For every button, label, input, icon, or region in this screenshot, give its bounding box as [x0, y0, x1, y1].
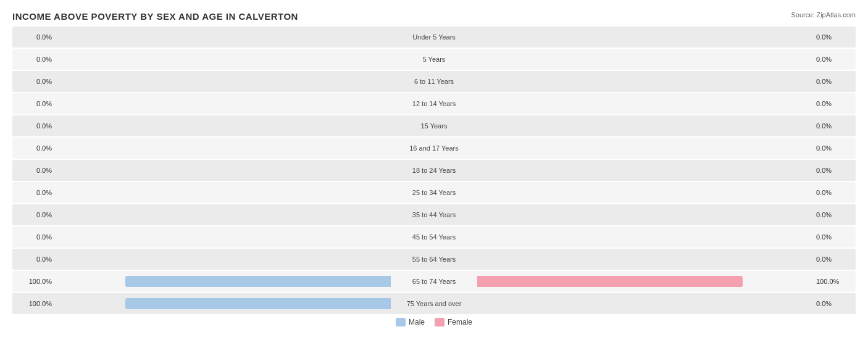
legend-male: Male: [396, 318, 425, 326]
table-row: 100.0% 65 to 74 Years 100.0%: [12, 271, 856, 292]
bars-center: 65 to 74 Years: [56, 271, 812, 292]
female-swatch: [435, 318, 444, 326]
female-value: 0.0%: [812, 100, 856, 107]
male-bar-container: [56, 119, 391, 133]
female-value: 0.0%: [812, 33, 856, 41]
bars-center: Under 5 Years: [56, 27, 812, 48]
female-value: 0.0%: [812, 300, 856, 307]
bars-area: 0.0% Under 5 Years 0.0% 0.0% 5 Years 0.0…: [12, 27, 856, 314]
male-value: 0.0%: [12, 122, 56, 130]
male-value: 0.0%: [12, 56, 56, 63]
table-row: 0.0% 15 Years 0.0%: [12, 115, 856, 136]
female-value: 0.0%: [812, 189, 856, 196]
bars-center: 12 to 14 Years: [56, 93, 812, 114]
bars-center: 6 to 11 Years: [56, 71, 812, 92]
female-bar-container: [477, 230, 812, 244]
bars-center: 25 to 34 Years: [56, 182, 812, 203]
legend-female-label: Female: [448, 318, 472, 326]
row-label: 5 Years: [391, 56, 477, 63]
female-value: 0.0%: [812, 233, 856, 241]
female-value: 0.0%: [812, 256, 856, 263]
female-bar-container: [477, 52, 812, 66]
bars-center: 45 to 54 Years: [56, 227, 812, 247]
male-value: 0.0%: [12, 144, 56, 152]
row-label: 65 to 74 Years: [391, 278, 477, 285]
female-bar-container: [477, 75, 812, 88]
male-bar-container: [56, 252, 391, 266]
female-bar-container: [477, 208, 812, 222]
row-label: 12 to 14 Years: [391, 100, 477, 107]
male-value: 0.0%: [12, 33, 56, 41]
table-row: 0.0% 18 to 24 Years 0.0%: [12, 160, 856, 181]
male-bar-container: [56, 275, 391, 288]
table-row: 0.0% 45 to 54 Years 0.0%: [12, 227, 856, 247]
male-bar-container: [56, 30, 391, 44]
male-value: 100.0%: [12, 300, 56, 307]
table-row: 0.0% 12 to 14 Years 0.0%: [12, 93, 856, 114]
chart-title: INCOME ABOVE POVERTY BY SEX AND AGE IN C…: [12, 11, 856, 22]
male-value: 0.0%: [12, 78, 56, 85]
row-label: 15 Years: [391, 122, 477, 130]
bars-center: 15 Years: [56, 115, 812, 136]
male-bar-container: [56, 141, 391, 155]
female-value: 0.0%: [812, 122, 856, 130]
male-bar-container: [56, 230, 391, 244]
male-value: 0.0%: [12, 167, 56, 174]
male-bar: [125, 298, 391, 309]
legend: Male Female: [12, 318, 856, 326]
table-row: 0.0% 5 Years 0.0%: [12, 49, 856, 70]
row-label: 55 to 64 Years: [391, 256, 477, 263]
bars-center: 16 and 17 Years: [56, 138, 812, 159]
table-row: 0.0% Under 5 Years 0.0%: [12, 27, 856, 48]
male-bar-container: [56, 52, 391, 66]
female-value: 0.0%: [812, 144, 856, 152]
male-value: 0.0%: [12, 100, 56, 107]
female-bar-container: [477, 164, 812, 177]
male-bar: [125, 276, 391, 287]
male-bar-container: [56, 208, 391, 222]
female-bar-container: [477, 252, 812, 266]
table-row: 0.0% 6 to 11 Years 0.0%: [12, 71, 856, 92]
female-bar-container: [477, 297, 812, 310]
male-swatch: [396, 318, 406, 326]
female-bar-container: [477, 97, 812, 110]
row-label: 35 to 44 Years: [391, 211, 477, 218]
table-row: 0.0% 55 to 64 Years 0.0%: [12, 249, 856, 270]
table-row: 0.0% 35 to 44 Years 0.0%: [12, 204, 856, 225]
bars-center: 5 Years: [56, 49, 812, 70]
male-value: 100.0%: [12, 278, 56, 285]
chart-container: INCOME ABOVE POVERTY BY SEX AND AGE IN C…: [0, 0, 868, 345]
row-label: 18 to 24 Years: [391, 167, 477, 174]
male-bar-container: [56, 297, 391, 310]
male-value: 0.0%: [12, 233, 56, 241]
row-label: 45 to 54 Years: [391, 233, 477, 241]
row-label: 75 Years and over: [391, 300, 477, 307]
male-value: 0.0%: [12, 256, 56, 263]
female-value: 0.0%: [812, 211, 856, 218]
female-bar-container: [477, 275, 812, 288]
bars-center: 35 to 44 Years: [56, 204, 812, 225]
female-value: 0.0%: [812, 167, 856, 174]
row-label: 25 to 34 Years: [391, 189, 477, 196]
male-value: 0.0%: [12, 189, 56, 196]
legend-female: Female: [435, 318, 472, 326]
source-text: Source: ZipAtlas.com: [791, 11, 856, 19]
row-label: 16 and 17 Years: [391, 144, 477, 152]
female-value: 0.0%: [812, 56, 856, 63]
row-label: 6 to 11 Years: [391, 78, 477, 85]
table-row: 100.0% 75 Years and over 0.0%: [12, 293, 856, 314]
female-bar-container: [477, 186, 812, 199]
male-bar-container: [56, 164, 391, 177]
female-bar-container: [477, 30, 812, 44]
row-label: Under 5 Years: [391, 33, 477, 41]
female-bar-container: [477, 141, 812, 155]
male-value: 0.0%: [12, 211, 56, 218]
bars-center: 55 to 64 Years: [56, 249, 812, 270]
female-bar-container: [477, 119, 812, 133]
male-bar-container: [56, 75, 391, 88]
table-row: 0.0% 16 and 17 Years 0.0%: [12, 138, 856, 159]
female-value: 100.0%: [812, 278, 856, 285]
male-bar-container: [56, 97, 391, 110]
male-bar-container: [56, 186, 391, 199]
table-row: 0.0% 25 to 34 Years 0.0%: [12, 182, 856, 203]
